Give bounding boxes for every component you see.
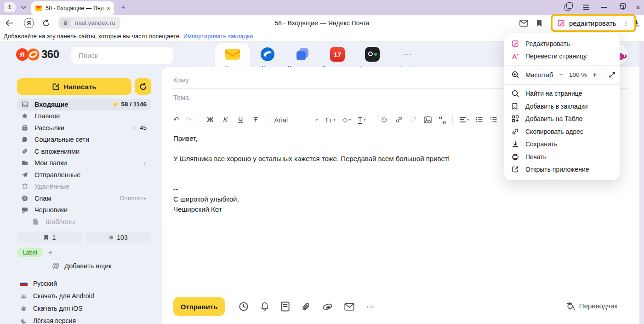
mailings-icon <box>21 124 29 132</box>
bookmark-toolbar-icon[interactable] <box>536 19 542 27</box>
disk-service-icon <box>260 46 275 62</box>
insert-link-button[interactable] <box>395 116 403 123</box>
tab-counter-button[interactable]: 1 <box>4 2 16 12</box>
send-button[interactable]: Отправить <box>173 297 225 316</box>
sidebar-item-spam[interactable]: Спам Очистить <box>17 192 151 204</box>
menu-item-open-app[interactable]: Открыть приложение <box>504 163 620 176</box>
sidebar-counters: 1 103 <box>17 231 151 243</box>
underline-button[interactable]: Ч <box>236 116 245 124</box>
language-link[interactable]: Русский <box>20 280 94 287</box>
more-actions-button[interactable]: ⋯ <box>366 301 376 312</box>
add-folder-button[interactable]: + <box>143 160 147 167</box>
back-button[interactable] <box>6 20 14 26</box>
browser-tab[interactable]: 58 · Входящие — Янде × <box>31 1 114 15</box>
address-bar[interactable]: mail.yandex.ru <box>58 17 120 29</box>
light-version-link[interactable]: Лёгкая версия <box>20 317 94 324</box>
minimize-button[interactable] <box>601 7 607 8</box>
download-android-link[interactable]: Скачать для Android <box>20 292 94 300</box>
menu-item-add-to-tablo[interactable]: Добавить на Табло <box>504 113 620 126</box>
yandex-button[interactable]: Я <box>24 18 34 28</box>
folder-label: С вложениями <box>34 148 147 155</box>
search-input[interactable] <box>79 52 170 59</box>
sidebar-item-templates[interactable]: Шаблоны <box>17 216 151 228</box>
restore-button[interactable] <box>619 5 624 10</box>
menu-item-add-bookmark[interactable]: Добавить в закладки <box>504 100 620 113</box>
sidebar-item-mailings[interactable]: Рассылки 45 <box>17 122 151 134</box>
tab-close-icon[interactable]: × <box>107 5 110 12</box>
refresh-button[interactable] <box>42 19 50 27</box>
new-tab-button[interactable]: + <box>118 2 129 13</box>
notes-button[interactable] <box>281 301 290 312</box>
bold-button[interactable]: Ж <box>206 116 214 124</box>
trash-icon <box>21 183 29 190</box>
search-box[interactable] <box>71 47 173 64</box>
attach-from-mail-button[interactable] <box>344 302 354 311</box>
emoji-button[interactable]: ☺ <box>380 115 388 125</box>
insert-image-button[interactable] <box>424 116 432 123</box>
menu-item-save[interactable]: Сохранить <box>504 138 620 151</box>
browser-menu-icon[interactable] <box>583 5 589 10</box>
sidebar-item-important[interactable]: Главное <box>17 110 151 122</box>
folder-label: Черновики <box>34 206 147 214</box>
sidebar-item-attachments[interactable]: С вложениями <box>17 145 151 157</box>
text-color-select[interactable]: Т▾ <box>358 116 366 124</box>
compose-button[interactable]: Написать <box>17 78 131 95</box>
paperclip-icon <box>21 148 29 155</box>
lock-icon[interactable] <box>60 18 71 28</box>
align-button[interactable]: ▾ <box>460 117 469 122</box>
mail-toolbar-icon[interactable] <box>519 20 528 27</box>
sidebar-item-social[interactable]: Социальные сети <box>17 134 151 146</box>
menu-item-print[interactable]: Печать <box>504 150 620 163</box>
bookmarks-counter[interactable]: 1 <box>17 231 82 243</box>
numbered-list-button[interactable] <box>490 116 497 123</box>
page-scrollbar[interactable] <box>639 41 644 324</box>
bookmarks-count: 1 <box>52 234 56 241</box>
sidebar-item-sent[interactable]: Отправленные <box>17 169 151 181</box>
edit-icon <box>558 19 565 27</box>
font-family-select[interactable]: Arial▾ <box>274 116 318 124</box>
remove-link-button[interactable] <box>410 116 417 123</box>
tab-list-chevron[interactable] <box>18 2 28 12</box>
schedule-send-button[interactable] <box>239 301 249 312</box>
menu-item-label: Найти на странице <box>525 90 582 97</box>
label-tag[interactable]: Label <box>17 248 43 257</box>
italic-button[interactable]: К <box>221 116 229 124</box>
sidebar-item-my-folders[interactable]: Мои папки + <box>17 157 151 169</box>
edit-more-button[interactable]: ⋮ <box>620 17 632 29</box>
add-mailbox-button[interactable]: @ Добавить ящик <box>52 262 112 270</box>
redo-button[interactable]: ↷ <box>186 116 192 124</box>
import-bookmarks-link[interactable]: Импортировать закладки <box>183 33 253 40</box>
clear-spam-button[interactable]: Очистить <box>120 195 147 202</box>
menu-item-translate-page[interactable]: Перевести страницу <box>504 50 620 63</box>
menu-item-find-on-page[interactable]: Найти на странице <box>504 87 620 100</box>
quote-button[interactable]: “„ <box>439 115 445 125</box>
undo-button[interactable]: ↶ <box>173 116 179 124</box>
zoom-out-button[interactable]: − <box>559 71 563 79</box>
check-mail-button[interactable] <box>135 78 151 95</box>
edit-page-button-highlighted[interactable]: редактировать ⋮ <box>551 14 636 32</box>
sidebar-item-trash[interactable]: Удалённые <box>17 181 151 193</box>
notify-button[interactable] <box>260 301 269 312</box>
close-window-button[interactable]: × <box>636 4 640 12</box>
font-size-select[interactable]: Tт▾ <box>325 116 336 124</box>
strikethrough-button[interactable]: Ŧ <box>251 116 260 124</box>
fullscreen-icon[interactable] <box>609 71 616 78</box>
translator-button[interactable]: Переводчик <box>565 301 617 310</box>
zoom-in-button[interactable]: + <box>593 71 597 79</box>
menu-item-copy-address[interactable]: Скопировать адрес <box>504 125 620 138</box>
menu-item-edit[interactable]: Редактировать <box>504 37 620 50</box>
download-ios-link[interactable]: Скачать для iOS <box>20 305 94 312</box>
tab-groups-icon[interactable] <box>564 4 571 11</box>
attach-from-disk-button[interactable] <box>322 302 333 312</box>
highlight-color-select[interactable]: ◇▾ <box>342 116 351 124</box>
add-label-button[interactable]: + <box>48 248 53 257</box>
yandex-360-logo[interactable]: Я 360 <box>16 48 59 61</box>
attach-file-button[interactable] <box>301 302 311 312</box>
calendar-badge: 17 <box>330 47 345 62</box>
unread-counter[interactable]: 103 <box>86 231 151 243</box>
sidebar-item-drafts[interactable]: Черновики <box>17 204 151 216</box>
browser-window: 1 58 · Входящие — Янде × + × 58 · Входящ… <box>0 0 644 324</box>
sidebar-item-inbox[interactable]: Входящие 58 / 1146 <box>17 98 151 110</box>
bullet-list-button[interactable] <box>476 116 483 123</box>
chevron-down-icon <box>21 6 26 9</box>
